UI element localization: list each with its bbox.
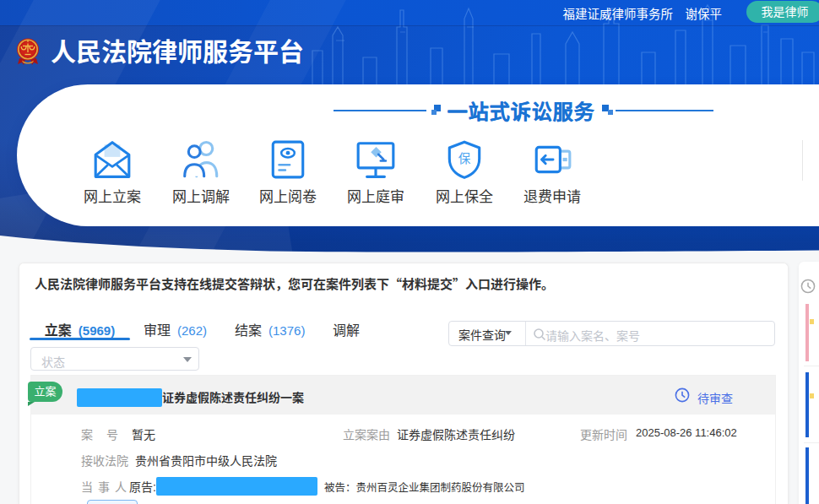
svg-text:保: 保 <box>458 152 471 165</box>
